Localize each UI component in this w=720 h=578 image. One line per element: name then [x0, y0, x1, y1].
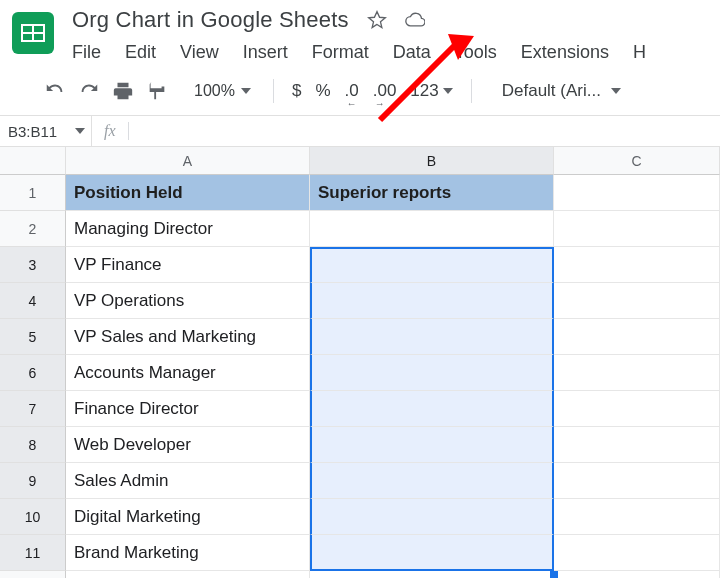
cell-B2[interactable]	[310, 211, 554, 247]
row-header[interactable]: 3	[0, 247, 66, 283]
row-header[interactable]: 2	[0, 211, 66, 247]
col-header-B[interactable]: B	[310, 147, 554, 175]
menu-format[interactable]: Format	[312, 38, 383, 69]
cell-A6[interactable]: Accounts Manager	[66, 355, 310, 391]
cell-B12[interactable]	[310, 571, 554, 578]
spreadsheet-grid: A B C 1 Position Held Superior reports 2…	[0, 147, 720, 578]
separator	[471, 79, 472, 103]
formula-input[interactable]	[129, 116, 720, 146]
cell-B9[interactable]	[310, 463, 554, 499]
chevron-down-icon	[241, 88, 251, 94]
menu-data[interactable]: Data	[393, 38, 445, 69]
chevron-down-icon	[75, 128, 85, 134]
col-header-C[interactable]: C	[554, 147, 720, 175]
cell-B8[interactable]	[310, 427, 554, 463]
cell-A1[interactable]: Position Held	[66, 175, 310, 211]
cell-C6[interactable]	[554, 355, 720, 391]
row-header[interactable]: 10	[0, 499, 66, 535]
font-family-dropdown[interactable]: Default (Ari...	[502, 81, 621, 101]
menu-tools[interactable]: Tools	[455, 38, 511, 69]
cell-C9[interactable]	[554, 463, 720, 499]
menu-insert[interactable]: Insert	[243, 38, 302, 69]
menu-help[interactable]: H	[633, 38, 660, 69]
select-all-corner[interactable]	[0, 147, 66, 175]
cell-A11[interactable]: Brand Marketing	[66, 535, 310, 571]
format-percent-button[interactable]: %	[315, 81, 330, 101]
cell-C11[interactable]	[554, 535, 720, 571]
cell-C2[interactable]	[554, 211, 720, 247]
paint-format-button[interactable]	[142, 76, 172, 106]
zoom-value: 100%	[194, 82, 235, 100]
cell-A10[interactable]: Digital Marketing	[66, 499, 310, 535]
menu-extensions[interactable]: Extensions	[521, 38, 623, 69]
cell-A9[interactable]: Sales Admin	[66, 463, 310, 499]
chevron-down-icon	[611, 88, 621, 94]
number-format-label: 123	[410, 81, 438, 101]
toolbar: 100% $ % .0 ← .00 → 123 Default (Ari...	[0, 69, 720, 115]
row-header[interactable]: 7	[0, 391, 66, 427]
cell-A12[interactable]	[66, 571, 310, 578]
formula-bar: B3:B11 fx	[0, 115, 720, 147]
row-header[interactable]: 1	[0, 175, 66, 211]
cell-B11[interactable]	[310, 535, 554, 571]
menu-file[interactable]: File	[72, 38, 115, 69]
arrow-right-icon: →	[375, 98, 384, 109]
row-header[interactable]: 8	[0, 427, 66, 463]
cell-B5[interactable]	[310, 319, 554, 355]
name-box-value: B3:B11	[8, 123, 57, 140]
zoom-dropdown[interactable]: 100%	[194, 82, 251, 100]
separator	[273, 79, 274, 103]
cell-B6[interactable]	[310, 355, 554, 391]
decrease-decimal-button[interactable]: .0 ←	[345, 81, 359, 101]
number-format-dropdown[interactable]: 123	[410, 81, 452, 101]
cloud-saved-icon[interactable]	[405, 10, 425, 30]
print-button[interactable]	[108, 76, 138, 106]
doc-title[interactable]: Org Chart in Google Sheets	[72, 7, 349, 33]
star-icon[interactable]	[367, 10, 387, 30]
cell-B3[interactable]	[310, 247, 554, 283]
cell-C4[interactable]	[554, 283, 720, 319]
row-header[interactable]: 5	[0, 319, 66, 355]
row-header[interactable]: 9	[0, 463, 66, 499]
selection-handle[interactable]	[550, 571, 558, 578]
row-header[interactable]: 12	[0, 571, 66, 578]
cell-C7[interactable]	[554, 391, 720, 427]
row-header[interactable]: 6	[0, 355, 66, 391]
chevron-down-icon	[443, 88, 453, 94]
fx-label: fx	[92, 122, 128, 140]
name-box[interactable]: B3:B11	[0, 116, 92, 146]
increase-decimal-button[interactable]: .00 →	[373, 81, 397, 101]
menu-bar: File Edit View Insert Format Data Tools …	[72, 38, 670, 69]
cell-C3[interactable]	[554, 247, 720, 283]
title-bar: Org Chart in Google Sheets File Edit Vie…	[0, 0, 720, 69]
cell-A5[interactable]: VP Sales and Marketing	[66, 319, 310, 355]
undo-button[interactable]	[40, 76, 70, 106]
sheets-logo-icon[interactable]	[12, 12, 54, 54]
cell-A8[interactable]: Web Developer	[66, 427, 310, 463]
arrow-left-icon: ←	[347, 98, 356, 109]
cell-A2[interactable]: Managing Director	[66, 211, 310, 247]
cell-C12[interactable]	[554, 571, 720, 578]
cell-C1[interactable]	[554, 175, 720, 211]
cell-C8[interactable]	[554, 427, 720, 463]
cell-B4[interactable]	[310, 283, 554, 319]
menu-edit[interactable]: Edit	[125, 38, 170, 69]
cell-B10[interactable]	[310, 499, 554, 535]
cell-A4[interactable]: VP Operations	[66, 283, 310, 319]
cell-A7[interactable]: Finance Director	[66, 391, 310, 427]
cell-C5[interactable]	[554, 319, 720, 355]
cell-C10[interactable]	[554, 499, 720, 535]
menu-view[interactable]: View	[180, 38, 233, 69]
row-header[interactable]: 4	[0, 283, 66, 319]
cell-B7[interactable]	[310, 391, 554, 427]
cell-B1[interactable]: Superior reports	[310, 175, 554, 211]
cell-A3[interactable]: VP Finance	[66, 247, 310, 283]
font-family-label: Default (Ari...	[502, 81, 601, 101]
col-header-A[interactable]: A	[66, 147, 310, 175]
format-currency-button[interactable]: $	[292, 81, 301, 101]
row-header[interactable]: 11	[0, 535, 66, 571]
redo-button[interactable]	[74, 76, 104, 106]
